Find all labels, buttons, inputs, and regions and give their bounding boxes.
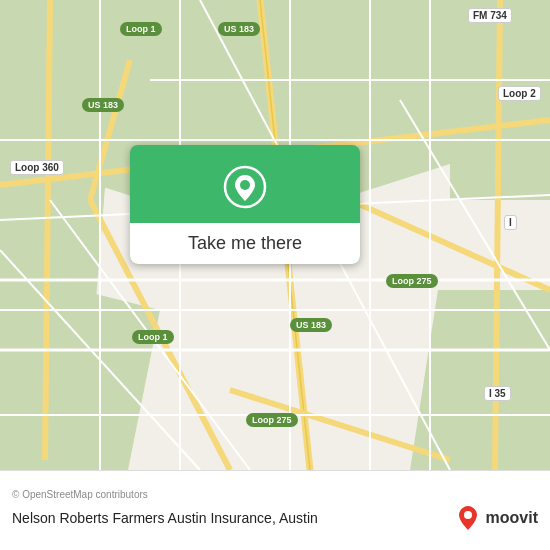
road-label-loop1-bot: Loop 1 [132,330,174,344]
take-me-there-label: Take me there [188,233,302,253]
road-label-loop2: Loop 2 [498,86,541,101]
roads-layer [0,0,550,550]
moovit-brand-name: moovit [486,509,538,527]
svg-line-6 [350,200,550,290]
moovit-icon [454,504,482,532]
road-label-loop275-bot: Loop 275 [246,413,298,427]
road-label-loop275-right: Loop 275 [386,274,438,288]
map-container: FM 734 Loop 2 US 183 Loop 1 US 183 Loop … [0,0,550,550]
bottom-bar: © OpenStreetMap contributors Nelson Robe… [0,470,550,550]
take-me-there-button[interactable]: Take me there [130,145,360,264]
moovit-logo: moovit [454,504,538,532]
place-name: Nelson Roberts Farmers Austin Insurance,… [12,510,318,526]
button-icon-area [163,145,327,223]
road-label-fm734: FM 734 [468,8,512,23]
road-label-loop360: Loop 360 [10,160,64,175]
road-label-us183-bot: US 183 [290,318,332,332]
svg-line-23 [400,100,550,350]
svg-line-5 [45,0,50,460]
road-label-us183-top: US 183 [218,22,260,36]
svg-point-26 [240,180,250,190]
svg-point-27 [464,511,472,519]
road-label-i35: I 35 [484,386,511,401]
button-label-area: Take me there [130,223,360,264]
place-row: Nelson Roberts Farmers Austin Insurance,… [12,504,538,532]
svg-line-3 [90,60,130,200]
location-pin-icon [223,165,267,209]
road-label-loop1-top: Loop 1 [120,22,162,36]
map-attribution: © OpenStreetMap contributors [12,489,538,500]
road-label-i: I [504,215,517,230]
road-label-us183-left: US 183 [82,98,124,112]
take-me-there-container: Take me there [130,145,360,264]
